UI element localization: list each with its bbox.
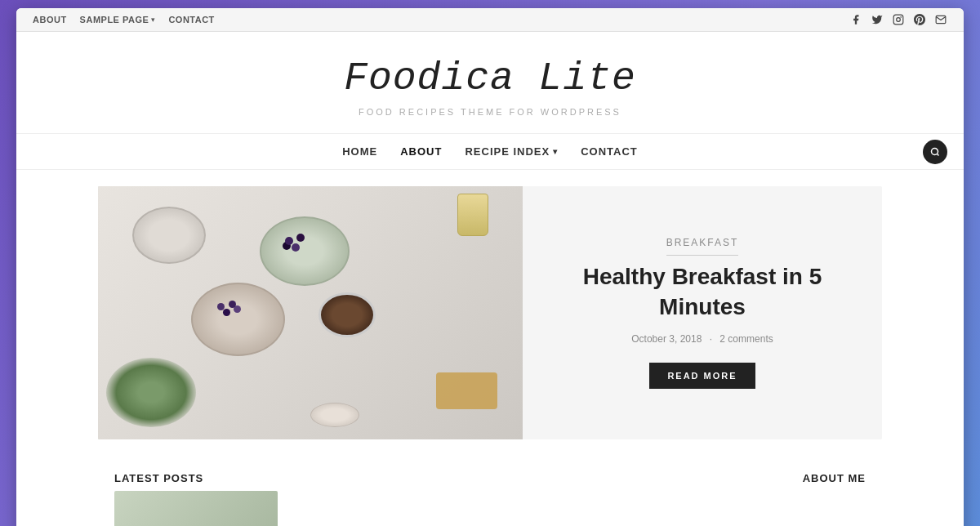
admin-nav-sample-page[interactable]: SAMPLE PAGE ▾	[80, 15, 156, 25]
svg-point-3	[932, 148, 938, 154]
nav-about[interactable]: ABOUT	[400, 145, 442, 158]
nav-links: HOME ABOUT RECIPE INDEX CONTACT	[342, 145, 638, 158]
admin-nav: ABOUT SAMPLE PAGE ▾ CONTACT	[33, 15, 215, 25]
nav-home[interactable]: HOME	[342, 145, 377, 158]
about-me-section: ABOUT ME	[803, 472, 866, 526]
facebook-icon[interactable]	[849, 13, 862, 26]
svg-point-1	[897, 18, 901, 22]
hero-image-background	[98, 186, 523, 439]
main-nav: HOME ABOUT RECIPE INDEX CONTACT	[16, 134, 964, 170]
site-header: Foodica Lite FOOD RECIPES THEME FOR WORD…	[16, 32, 964, 134]
latest-posts-title: LATEST POSTS	[114, 472, 278, 484]
hero-content: Breakfast Healthy Breakfast in 5 Minutes…	[523, 186, 882, 439]
browser-frame: ABOUT SAMPLE PAGE ▾ CONTACT	[16, 8, 964, 526]
hero-category: Breakfast	[666, 237, 739, 256]
hero-image	[98, 186, 523, 439]
admin-bar: ABOUT SAMPLE PAGE ▾ CONTACT	[16, 8, 964, 32]
twitter-icon[interactable]	[871, 13, 884, 26]
site-description: FOOD RECIPES THEME FOR WORDPRESS	[33, 107, 947, 117]
hero-date: October 3, 2018	[631, 333, 702, 345]
svg-point-2	[901, 17, 902, 18]
nav-contact[interactable]: CONTACT	[581, 145, 638, 158]
nav-recipe-index[interactable]: RECIPE INDEX	[465, 145, 558, 158]
hero-section: Breakfast Healthy Breakfast in 5 Minutes…	[98, 186, 882, 439]
bottom-sections: LATEST POSTS ABOUT ME	[16, 456, 964, 526]
hero-separator: ·	[710, 333, 715, 345]
admin-nav-about[interactable]: ABOUT	[33, 15, 67, 25]
social-icons	[849, 13, 947, 26]
dropdown-arrow-icon: ▾	[151, 16, 155, 24]
read-more-button[interactable]: READ MORE	[649, 363, 755, 389]
about-me-title: ABOUT ME	[803, 472, 866, 484]
email-icon[interactable]	[934, 13, 947, 26]
hero-title: Healthy Breakfast in 5 Minutes	[555, 262, 849, 322]
admin-nav-contact[interactable]: CONTACT	[168, 15, 214, 25]
hero-meta: October 3, 2018 · 2 comments	[631, 333, 773, 345]
svg-rect-0	[893, 15, 903, 25]
pinterest-icon[interactable]	[913, 13, 926, 26]
latest-posts-preview	[114, 491, 278, 526]
hero-comments: 2 comments	[719, 333, 773, 345]
instagram-icon[interactable]	[892, 13, 905, 26]
search-button[interactable]	[923, 140, 947, 164]
site-title: Foodica Lite	[33, 56, 947, 100]
latest-posts-section: LATEST POSTS	[114, 472, 278, 526]
